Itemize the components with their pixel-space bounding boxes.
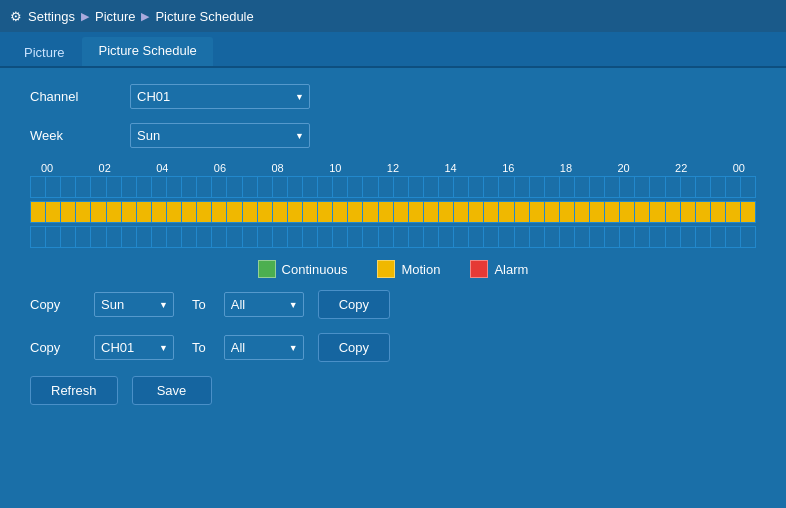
schedule-cell[interactable] [469, 202, 484, 222]
schedule-cell[interactable] [76, 177, 91, 197]
schedule-cell[interactable] [590, 202, 605, 222]
schedule-cell[interactable] [348, 227, 363, 247]
schedule-cell[interactable] [409, 202, 424, 222]
schedule-cell[interactable] [530, 177, 545, 197]
schedule-cell[interactable] [182, 227, 197, 247]
schedule-cell[interactable] [499, 202, 514, 222]
schedule-cell[interactable] [167, 227, 182, 247]
copy-from-select-2[interactable]: CH01 CH02 CH03 CH04 [94, 335, 174, 360]
schedule-cell[interactable] [76, 227, 91, 247]
schedule-cell[interactable] [227, 202, 242, 222]
schedule-cell[interactable] [348, 202, 363, 222]
schedule-cell[interactable] [167, 177, 182, 197]
schedule-cell[interactable] [363, 177, 378, 197]
schedule-cell[interactable] [333, 202, 348, 222]
schedule-cell[interactable] [530, 202, 545, 222]
schedule-cell[interactable] [227, 227, 242, 247]
schedule-cell[interactable] [560, 202, 575, 222]
schedule-cell[interactable] [197, 202, 212, 222]
schedule-cell[interactable] [469, 177, 484, 197]
schedule-cell[interactable] [666, 177, 681, 197]
schedule-cell[interactable] [91, 227, 106, 247]
schedule-cell[interactable] [318, 227, 333, 247]
schedule-cell[interactable] [137, 202, 152, 222]
schedule-cell[interactable] [620, 227, 635, 247]
schedule-cell[interactable] [530, 227, 545, 247]
schedule-cell[interactable] [167, 202, 182, 222]
schedule-cell[interactable] [318, 202, 333, 222]
schedule-cell[interactable] [243, 202, 258, 222]
schedule-cell[interactable] [107, 202, 122, 222]
schedule-cell[interactable] [182, 177, 197, 197]
schedule-cell[interactable] [650, 202, 665, 222]
schedule-cell[interactable] [379, 177, 394, 197]
schedule-cell[interactable] [560, 227, 575, 247]
schedule-cell[interactable] [31, 177, 46, 197]
schedule-cell[interactable] [288, 202, 303, 222]
schedule-cell[interactable] [258, 202, 273, 222]
save-button[interactable]: Save [132, 376, 212, 405]
schedule-cell[interactable] [635, 177, 650, 197]
schedule-cell[interactable] [545, 177, 560, 197]
schedule-cell[interactable] [515, 227, 530, 247]
schedule-cell[interactable] [258, 227, 273, 247]
schedule-cell[interactable] [484, 227, 499, 247]
schedule-cell[interactable] [575, 202, 590, 222]
schedule-cell[interactable] [303, 177, 318, 197]
schedule-cell[interactable] [424, 177, 439, 197]
schedule-cell[interactable] [454, 177, 469, 197]
schedule-cell[interactable] [243, 177, 258, 197]
schedule-cell[interactable] [46, 177, 61, 197]
schedule-cell[interactable] [394, 177, 409, 197]
schedule-cell[interactable] [122, 202, 137, 222]
schedule-cell[interactable] [696, 202, 711, 222]
schedule-cell[interactable] [31, 202, 46, 222]
schedule-cell[interactable] [273, 227, 288, 247]
schedule-cell[interactable] [635, 202, 650, 222]
schedule-cell[interactable] [681, 177, 696, 197]
schedule-row-1[interactable] [30, 176, 756, 198]
schedule-cell[interactable] [212, 202, 227, 222]
schedule-cell[interactable] [152, 202, 167, 222]
schedule-cell[interactable] [288, 177, 303, 197]
schedule-cell[interactable] [424, 202, 439, 222]
schedule-cell[interactable] [333, 227, 348, 247]
schedule-cell[interactable] [182, 202, 197, 222]
schedule-cell[interactable] [605, 177, 620, 197]
schedule-cell[interactable] [484, 202, 499, 222]
schedule-cell[interactable] [424, 227, 439, 247]
schedule-cell[interactable] [454, 202, 469, 222]
schedule-cell[interactable] [91, 202, 106, 222]
schedule-cell[interactable] [590, 227, 605, 247]
schedule-cell[interactable] [666, 202, 681, 222]
schedule-cell[interactable] [152, 227, 167, 247]
schedule-cell[interactable] [212, 227, 227, 247]
schedule-cell[interactable] [303, 227, 318, 247]
schedule-cell[interactable] [726, 202, 741, 222]
schedule-cell[interactable] [650, 177, 665, 197]
schedule-cell[interactable] [499, 177, 514, 197]
schedule-cell[interactable] [379, 202, 394, 222]
schedule-cell[interactable] [666, 227, 681, 247]
schedule-cell[interactable] [91, 177, 106, 197]
schedule-cell[interactable] [696, 227, 711, 247]
schedule-cell[interactable] [303, 202, 318, 222]
schedule-cell[interactable] [107, 177, 122, 197]
schedule-cell[interactable] [575, 227, 590, 247]
schedule-cell[interactable] [620, 202, 635, 222]
schedule-cell[interactable] [741, 202, 755, 222]
tab-picture[interactable]: Picture [8, 39, 80, 66]
schedule-cell[interactable] [439, 177, 454, 197]
schedule-cell[interactable] [409, 227, 424, 247]
refresh-button[interactable]: Refresh [30, 376, 118, 405]
schedule-cell[interactable] [107, 227, 122, 247]
schedule-cell[interactable] [152, 177, 167, 197]
schedule-cell[interactable] [741, 177, 755, 197]
schedule-cell[interactable] [348, 177, 363, 197]
schedule-row-2[interactable] [30, 201, 756, 223]
schedule-cell[interactable] [227, 177, 242, 197]
copy-to-select-2[interactable]: All CH01 CH02 CH03 CH04 [224, 335, 304, 360]
schedule-cell[interactable] [545, 202, 560, 222]
schedule-cell[interactable] [61, 227, 76, 247]
schedule-cell[interactable] [258, 177, 273, 197]
